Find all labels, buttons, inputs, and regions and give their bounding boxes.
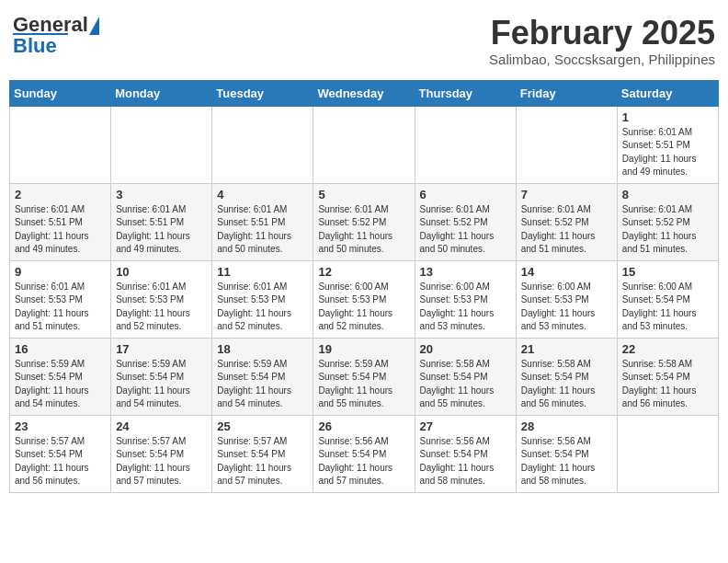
day-info: Sunrise: 5:59 AM Sunset: 5:54 PM Dayligh…	[15, 358, 106, 411]
day-number: 24	[116, 419, 207, 433]
calendar-day-cell: 14Sunrise: 6:00 AM Sunset: 5:53 PM Dayli…	[516, 260, 617, 338]
calendar-day-cell: 18Sunrise: 5:59 AM Sunset: 5:54 PM Dayli…	[212, 338, 313, 415]
calendar-day-cell: 21Sunrise: 5:58 AM Sunset: 5:54 PM Dayli…	[516, 338, 617, 415]
day-number: 6	[420, 188, 511, 201]
calendar-table: SundayMondayTuesdayWednesdayThursdayFrid…	[9, 80, 719, 493]
day-info: Sunrise: 6:01 AM Sunset: 5:51 PM Dayligh…	[217, 203, 308, 257]
day-info: Sunrise: 6:01 AM Sunset: 5:52 PM Dayligh…	[420, 203, 511, 257]
day-info: Sunrise: 6:00 AM Sunset: 5:53 PM Dayligh…	[521, 281, 612, 334]
day-number: 12	[318, 265, 409, 279]
day-info: Sunrise: 5:56 AM Sunset: 5:54 PM Dayligh…	[420, 435, 511, 488]
day-info: Sunrise: 5:56 AM Sunset: 5:54 PM Dayligh…	[318, 435, 409, 488]
calendar-week-row: 16Sunrise: 5:59 AM Sunset: 5:54 PM Dayli…	[10, 338, 719, 415]
day-info: Sunrise: 5:56 AM Sunset: 5:54 PM Dayligh…	[521, 435, 612, 488]
logo-triangle-icon	[89, 17, 99, 35]
day-of-week-header: Wednesday	[313, 80, 415, 106]
calendar-day-cell: 17Sunrise: 5:59 AM Sunset: 5:54 PM Dayli…	[111, 338, 212, 415]
calendar-day-cell: 20Sunrise: 5:58 AM Sunset: 5:54 PM Dayli…	[415, 338, 516, 415]
day-number: 1	[622, 110, 713, 124]
day-of-week-header: Thursday	[415, 80, 516, 106]
calendar-day-cell: 2Sunrise: 6:01 AM Sunset: 5:51 PM Daylig…	[10, 183, 111, 260]
day-of-week-header: Sunday	[10, 80, 111, 106]
calendar-day-cell: 12Sunrise: 6:00 AM Sunset: 5:53 PM Dayli…	[313, 260, 415, 338]
day-number: 17	[116, 342, 207, 356]
calendar-day-cell: 26Sunrise: 5:56 AM Sunset: 5:54 PM Dayli…	[313, 415, 415, 492]
day-info: Sunrise: 6:01 AM Sunset: 5:53 PM Dayligh…	[217, 281, 308, 334]
day-info: Sunrise: 5:59 AM Sunset: 5:54 PM Dayligh…	[217, 358, 308, 411]
calendar-day-cell: 22Sunrise: 5:58 AM Sunset: 5:54 PM Dayli…	[617, 338, 718, 415]
day-number: 14	[521, 265, 612, 279]
day-number: 21	[521, 342, 612, 356]
calendar-day-cell: 15Sunrise: 6:00 AM Sunset: 5:54 PM Dayli…	[617, 260, 718, 338]
day-number: 15	[622, 265, 713, 279]
day-info: Sunrise: 6:00 AM Sunset: 5:53 PM Dayligh…	[420, 281, 511, 334]
calendar-day-cell: 4Sunrise: 6:01 AM Sunset: 5:51 PM Daylig…	[212, 183, 313, 260]
day-number: 18	[217, 342, 308, 356]
day-number: 26	[318, 419, 409, 433]
calendar-day-cell: 10Sunrise: 6:01 AM Sunset: 5:53 PM Dayli…	[111, 260, 212, 338]
calendar-day-cell	[10, 106, 111, 183]
calendar-day-cell: 13Sunrise: 6:00 AM Sunset: 5:53 PM Dayli…	[415, 260, 516, 338]
day-info: Sunrise: 6:01 AM Sunset: 5:53 PM Dayligh…	[15, 281, 106, 334]
calendar-day-cell: 8Sunrise: 6:01 AM Sunset: 5:52 PM Daylig…	[617, 183, 718, 260]
calendar-day-cell: 24Sunrise: 5:57 AM Sunset: 5:54 PM Dayli…	[111, 415, 212, 492]
day-info: Sunrise: 6:01 AM Sunset: 5:53 PM Dayligh…	[116, 281, 207, 334]
day-number: 7	[521, 188, 612, 201]
day-info: Sunrise: 5:59 AM Sunset: 5:54 PM Dayligh…	[318, 358, 409, 411]
calendar-week-row: 23Sunrise: 5:57 AM Sunset: 5:54 PM Dayli…	[10, 415, 719, 492]
day-number: 2	[15, 188, 106, 201]
day-info: Sunrise: 6:01 AM Sunset: 5:52 PM Dayligh…	[521, 203, 612, 257]
day-number: 8	[622, 188, 713, 201]
day-info: Sunrise: 5:57 AM Sunset: 5:54 PM Dayligh…	[217, 435, 308, 488]
day-number: 5	[318, 188, 409, 201]
logo-blue-text: Blue	[13, 33, 68, 56]
calendar-week-row: 1Sunrise: 6:01 AM Sunset: 5:51 PM Daylig…	[10, 106, 719, 183]
day-of-week-header: Monday	[111, 80, 212, 106]
calendar-day-cell	[111, 106, 212, 183]
calendar-day-cell: 19Sunrise: 5:59 AM Sunset: 5:54 PM Dayli…	[313, 338, 415, 415]
calendar-day-cell: 11Sunrise: 6:01 AM Sunset: 5:53 PM Dayli…	[212, 260, 313, 338]
day-number: 10	[116, 265, 207, 279]
day-info: Sunrise: 5:58 AM Sunset: 5:54 PM Dayligh…	[521, 358, 612, 411]
day-info: Sunrise: 5:57 AM Sunset: 5:54 PM Dayligh…	[15, 435, 106, 488]
day-number: 4	[217, 188, 308, 201]
day-number: 13	[420, 265, 511, 279]
calendar-day-cell: 6Sunrise: 6:01 AM Sunset: 5:52 PM Daylig…	[415, 183, 516, 260]
calendar-day-cell: 27Sunrise: 5:56 AM Sunset: 5:54 PM Dayli…	[415, 415, 516, 492]
logo-general-text: General	[13, 15, 88, 35]
calendar-day-cell: 1Sunrise: 6:01 AM Sunset: 5:51 PM Daylig…	[617, 106, 718, 183]
day-info: Sunrise: 5:59 AM Sunset: 5:54 PM Dayligh…	[116, 358, 207, 411]
day-of-week-header: Saturday	[617, 80, 718, 106]
calendar-day-cell: 25Sunrise: 5:57 AM Sunset: 5:54 PM Dayli…	[212, 415, 313, 492]
day-info: Sunrise: 5:57 AM Sunset: 5:54 PM Dayligh…	[116, 435, 207, 488]
calendar-day-cell: 7Sunrise: 6:01 AM Sunset: 5:52 PM Daylig…	[516, 183, 617, 260]
day-info: Sunrise: 6:00 AM Sunset: 5:53 PM Dayligh…	[318, 281, 409, 334]
day-number: 20	[420, 342, 511, 356]
calendar-day-cell	[516, 106, 617, 183]
day-number: 28	[521, 419, 612, 433]
title-area: February 2025 Salimbao, Soccsksargen, Ph…	[489, 15, 715, 67]
day-info: Sunrise: 5:58 AM Sunset: 5:54 PM Dayligh…	[622, 358, 713, 411]
calendar-week-row: 9Sunrise: 6:01 AM Sunset: 5:53 PM Daylig…	[10, 260, 719, 338]
page-header: General Blue February 2025 Salimbao, Soc…	[9, 9, 719, 73]
calendar-day-cell: 28Sunrise: 5:56 AM Sunset: 5:54 PM Dayli…	[516, 415, 617, 492]
calendar-week-row: 2Sunrise: 6:01 AM Sunset: 5:51 PM Daylig…	[10, 183, 719, 260]
day-info: Sunrise: 6:01 AM Sunset: 5:52 PM Dayligh…	[622, 203, 713, 257]
day-number: 23	[15, 419, 106, 433]
day-number: 27	[420, 419, 511, 433]
calendar-day-cell	[415, 106, 516, 183]
calendar-header-row: SundayMondayTuesdayWednesdayThursdayFrid…	[10, 80, 719, 106]
calendar-day-cell	[617, 415, 718, 492]
calendar-day-cell: 3Sunrise: 6:01 AM Sunset: 5:51 PM Daylig…	[111, 183, 212, 260]
day-number: 22	[622, 342, 713, 356]
calendar-day-cell: 16Sunrise: 5:59 AM Sunset: 5:54 PM Dayli…	[10, 338, 111, 415]
day-number: 25	[217, 419, 308, 433]
day-number: 19	[318, 342, 409, 356]
day-number: 11	[217, 265, 308, 279]
day-info: Sunrise: 6:00 AM Sunset: 5:54 PM Dayligh…	[622, 281, 713, 334]
calendar-day-cell: 23Sunrise: 5:57 AM Sunset: 5:54 PM Dayli…	[10, 415, 111, 492]
month-title: February 2025	[489, 15, 715, 52]
day-number: 16	[15, 342, 106, 356]
calendar-day-cell: 5Sunrise: 6:01 AM Sunset: 5:52 PM Daylig…	[313, 183, 415, 260]
day-of-week-header: Friday	[516, 80, 617, 106]
